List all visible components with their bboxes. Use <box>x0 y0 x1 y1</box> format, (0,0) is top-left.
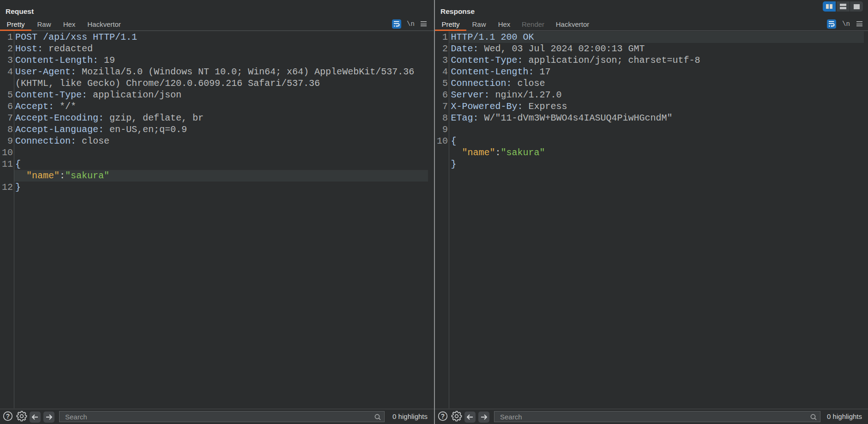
svg-text:?: ? <box>441 412 445 420</box>
svg-text:?: ? <box>6 412 10 420</box>
